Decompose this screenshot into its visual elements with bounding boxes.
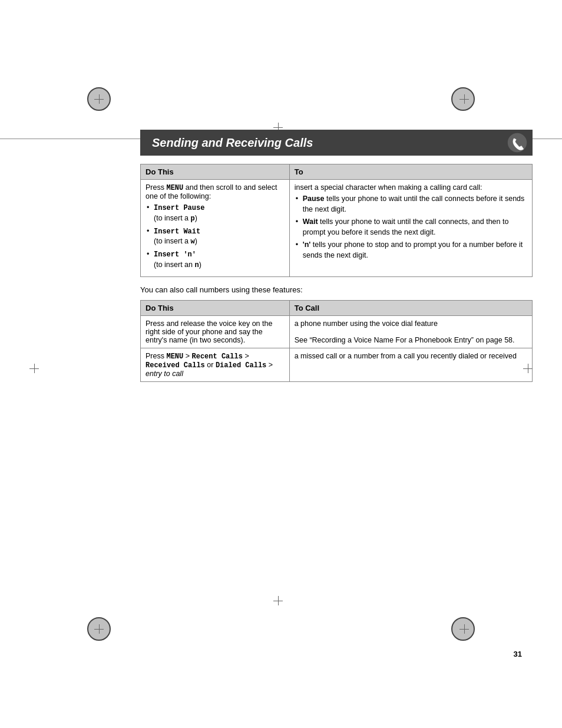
- reg-mark-tr-cross: [459, 94, 469, 104]
- table2: Do This To Call Press and release the vo…: [140, 300, 533, 382]
- table2-row1-right-text: a phone number using the voice dial feat…: [295, 319, 438, 328]
- table1-press-menu-text: Press MENU and then scroll to and select…: [146, 183, 277, 200]
- table2-row2-right-text: a missed call or a number from a call yo…: [295, 352, 517, 360]
- bullet-insert-pause: Insert Pause(to insert a p): [146, 203, 285, 224]
- table1-right-intro: insert a special character when making a…: [295, 183, 482, 192]
- table1-col1-header: Do This: [141, 164, 290, 180]
- header-banner: Sending and Receiving Calls: [140, 130, 533, 156]
- table2-row1: Press and release the voice key on the r…: [141, 315, 533, 348]
- table2-row1-right: a phone number using the voice dial feat…: [289, 315, 532, 348]
- reg-mark-bl-cross: [94, 624, 104, 634]
- table2-row1-left: Press and release the voice key on the r…: [141, 315, 290, 348]
- reg-mark-tl-cross: [94, 94, 104, 104]
- page-number: 31: [514, 650, 522, 658]
- trim-line-tr-h: [533, 139, 562, 139]
- reg-mark-ml-cross: [29, 364, 39, 373]
- content-area: Do This To Press MENU and then scroll to…: [140, 164, 533, 390]
- table2-row2-right: a missed call or a number from a call yo…: [289, 348, 532, 381]
- bullet-wait-desc: Wait tells your phone to wait until the …: [295, 217, 527, 238]
- page-title: Sending and Receiving Calls: [152, 136, 313, 150]
- table2-row2-left-text: Press MENU > Recent Calls > Received Cal…: [146, 352, 273, 378]
- table2-col1-header: Do This: [141, 300, 290, 315]
- table1-row1-left: Press MENU and then scroll to and select…: [141, 180, 290, 277]
- table1-right-bullets: Pause tells your phone to wait until the…: [295, 194, 527, 261]
- bullet-n-desc: 'n' tells your phone to stop and to prom…: [295, 240, 527, 261]
- trim-line-tl-h: [0, 139, 140, 139]
- bullet-insert-n: Insert 'n'(to insert an n): [146, 249, 285, 271]
- phone-icon: [507, 132, 528, 153]
- table1: Do This To Press MENU and then scroll to…: [140, 164, 533, 277]
- table2-row2-left: Press MENU > Recent Calls > Received Cal…: [141, 348, 290, 381]
- table2-col2-header: To Call: [289, 300, 532, 315]
- table2-row1-left-text: Press and release the voice key on the r…: [146, 319, 272, 344]
- between-tables-text: You can also call numbers using these fe…: [140, 285, 533, 294]
- reg-mark-mr-cross: [523, 364, 533, 373]
- table1-row1: Press MENU and then scroll to and select…: [141, 180, 533, 277]
- reg-mark-bc-cross: [273, 596, 283, 605]
- table2-row2: Press MENU > Recent Calls > Received Cal…: [141, 348, 533, 381]
- table1-row1-right: insert a special character when making a…: [289, 180, 532, 277]
- svg-point-0: [508, 133, 527, 152]
- table2-row1-right-see: See “Recording a Voice Name For a Phoneb…: [295, 336, 515, 344]
- bullet-insert-wait: Insert Wait(to insert a w): [146, 226, 285, 248]
- bullet-pause-desc: Pause tells your phone to wait until the…: [295, 194, 527, 215]
- table1-col2-header: To: [289, 164, 532, 180]
- reg-mark-br-cross: [459, 624, 469, 634]
- table1-left-bullets: Insert Pause(to insert a p) Insert Wait(…: [146, 203, 285, 271]
